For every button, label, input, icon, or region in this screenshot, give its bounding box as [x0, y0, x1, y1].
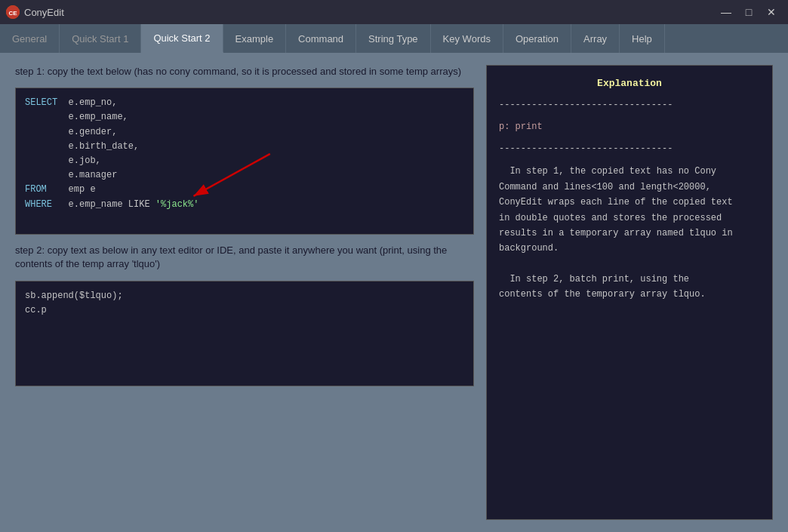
- explanation-divider: --------------------------------: [499, 98, 760, 112]
- tab-example[interactable]: Example: [223, 24, 287, 53]
- main-content: step 1: copy the text below (has no cony…: [0, 53, 788, 532]
- step1-label: step 1: copy the text below (has no cony…: [15, 65, 474, 78]
- code-line-6: e.manager: [25, 168, 464, 183]
- title-bar: CE ConyEdit — □ ✕: [0, 0, 788, 24]
- explanation-box: Explanation ----------------------------…: [486, 65, 773, 520]
- code-line-7: FROM emp e: [25, 183, 464, 197]
- step1-code-box: SELECT e.emp_no, e.emp_name, e.gender, e…: [15, 88, 474, 235]
- explanation-cmd: p: print: [499, 120, 760, 134]
- app-icon: CE: [6, 5, 20, 19]
- tab-general[interactable]: General: [0, 24, 60, 53]
- tab-quickstart1[interactable]: Quick Start 1: [60, 24, 141, 53]
- step2-line-1: sb.append($tlquo);: [25, 289, 464, 303]
- step2-code-box: sb.append($tlquo); cc.p: [15, 281, 474, 386]
- step2-label: step 2: copy text as below in any text e…: [15, 244, 474, 271]
- tab-stringtype[interactable]: String Type: [356, 24, 431, 53]
- tab-operation[interactable]: Operation: [503, 24, 571, 53]
- right-panel: Explanation ----------------------------…: [486, 65, 773, 520]
- explanation-body: In step 1, the copied text has no Cony C…: [499, 164, 760, 303]
- left-panel: step 1: copy the text below (has no cony…: [15, 65, 474, 520]
- step2-line-2: cc.p: [25, 303, 464, 318]
- maximize-button[interactable]: □: [738, 5, 759, 20]
- minimize-button[interactable]: —: [716, 5, 737, 20]
- code-line-8: WHERE e.emp_name LIKE '%jack%': [25, 198, 464, 212]
- tab-array[interactable]: Array: [571, 24, 620, 53]
- window-controls: — □ ✕: [716, 5, 782, 20]
- close-button[interactable]: ✕: [761, 5, 782, 20]
- tab-keywords[interactable]: Key Words: [431, 24, 503, 53]
- app-title: ConyEdit: [24, 7, 64, 18]
- code-line-5: e.job,: [25, 154, 464, 168]
- explanation-title: Explanation: [499, 76, 760, 92]
- code-line-4: e.birth_date,: [25, 140, 464, 154]
- tab-bar: General Quick Start 1 Quick Start 2 Exam…: [0, 24, 788, 53]
- code-line-3: e.gender,: [25, 125, 464, 140]
- explanation-divider2: --------------------------------: [499, 142, 760, 156]
- svg-text:CE: CE: [8, 10, 17, 17]
- tab-help[interactable]: Help: [620, 24, 665, 53]
- code-line-1: SELECT e.emp_no,: [25, 96, 464, 110]
- tab-quickstart2[interactable]: Quick Start 2: [141, 24, 223, 53]
- code-line-2: e.emp_name,: [25, 110, 464, 125]
- title-bar-left: CE ConyEdit: [6, 5, 64, 19]
- tab-command[interactable]: Command: [286, 24, 356, 53]
